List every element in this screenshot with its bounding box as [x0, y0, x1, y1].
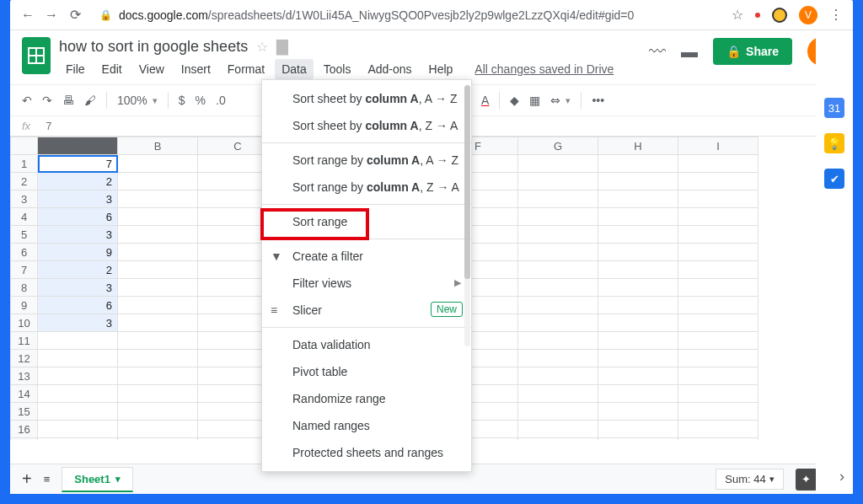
row-header[interactable]: 1 [11, 155, 38, 173]
row-header[interactable]: 11 [11, 332, 38, 350]
explore-button[interactable]: ✦ [796, 469, 817, 491]
menu-sort-range-az[interactable]: Sort range by column A, A → Z [262, 147, 471, 174]
calendar-icon[interactable]: 31 [824, 98, 844, 118]
percent-button[interactable]: % [196, 94, 206, 107]
menu-data[interactable]: Data [275, 59, 314, 79]
col-header-H[interactable]: H [598, 137, 678, 155]
sheets-logo-icon[interactable] [22, 37, 51, 74]
menu-format[interactable]: Format [221, 59, 271, 79]
col-header-G[interactable]: G [518, 137, 598, 155]
star-icon[interactable]: ☆ [256, 39, 268, 55]
cell[interactable]: 2 [38, 261, 118, 279]
menu-data-validation[interactable]: Data validation [262, 331, 471, 358]
cell[interactable]: 6 [38, 208, 118, 226]
comments-icon[interactable]: ▬ [681, 42, 698, 62]
save-status[interactable]: All changes saved in Drive [468, 59, 620, 79]
cell[interactable]: 3 [38, 279, 118, 297]
tasks-icon[interactable]: ✔ [824, 169, 844, 189]
address-bar[interactable]: 🔒 docs.google.com/spreadsheets/d/1W0Lii4… [91, 8, 723, 22]
row-header[interactable]: 4 [11, 208, 38, 226]
menu-slicer[interactable]: ≡SlicerNew [262, 297, 471, 324]
menu-file[interactable]: File [59, 59, 92, 79]
cell[interactable]: 7 [38, 155, 118, 173]
select-all-corner[interactable] [11, 137, 38, 155]
row-header[interactable]: 7 [11, 261, 38, 279]
add-sheet-button[interactable]: + [22, 469, 32, 489]
merge-button[interactable]: ⇔ [550, 94, 560, 107]
row-header[interactable]: 8 [11, 279, 38, 297]
row-header[interactable]: 16 [11, 421, 38, 438]
share-button[interactable]: 🔒 Share [713, 38, 792, 65]
quicksum-box[interactable]: Sum: 44▾ [716, 469, 783, 490]
row-header[interactable]: 10 [11, 314, 38, 332]
menu-addons[interactable]: Add-ons [361, 59, 418, 79]
row-header[interactable]: 9 [11, 297, 38, 314]
menu-named-ranges[interactable]: Named ranges [262, 412, 471, 439]
menu-randomize-range[interactable]: Randomize range [262, 385, 471, 412]
menu-tools[interactable]: Tools [317, 59, 358, 79]
col-header-A[interactable]: A [38, 137, 118, 155]
menu-edit[interactable]: Edit [95, 59, 129, 79]
cell[interactable] [38, 350, 118, 367]
cell[interactable]: 3 [38, 190, 118, 208]
col-header-I[interactable]: I [678, 137, 758, 155]
reload-button[interactable]: ⟳ [67, 8, 83, 23]
profile-avatar[interactable]: V [799, 6, 817, 24]
row-header[interactable]: 6 [11, 244, 38, 261]
row-header[interactable]: 5 [11, 226, 38, 244]
more-formats-button[interactable]: ••• [592, 94, 604, 107]
menu-protected-ranges[interactable]: Protected sheets and ranges [262, 439, 471, 466]
redo-button[interactable]: ↷ [42, 94, 52, 107]
row-header[interactable]: 14 [11, 385, 38, 403]
menu-pivot-table[interactable]: Pivot table [262, 358, 471, 385]
sheet-tab[interactable]: Sheet1▾ [62, 467, 133, 492]
cell[interactable]: 2 [38, 173, 118, 190]
row-header[interactable]: 3 [11, 190, 38, 208]
bookmark-star-icon[interactable]: ☆ [732, 7, 743, 23]
menu-insert[interactable]: Insert [174, 59, 217, 79]
keep-icon[interactable]: 💡 [824, 133, 844, 153]
cell[interactable]: 6 [38, 297, 118, 314]
menu-sort-range[interactable]: Sort range [262, 208, 471, 235]
kebab-menu-icon[interactable]: ⋮ [829, 7, 843, 23]
extension-icon-1[interactable] [755, 13, 760, 18]
row-header[interactable]: 13 [11, 367, 38, 385]
borders-button[interactable]: ▦ [529, 94, 540, 107]
doc-title[interactable]: how to sort in google sheets [59, 38, 248, 56]
menu-view[interactable]: View [132, 59, 171, 79]
row-header[interactable]: 12 [11, 350, 38, 367]
trend-icon[interactable]: 〰 [649, 42, 666, 62]
cell[interactable] [38, 403, 118, 421]
forward-button[interactable]: → [44, 8, 59, 23]
menu-create-filter[interactable]: ▼Create a filter [262, 243, 471, 270]
menu-help[interactable]: Help [422, 59, 460, 79]
currency-button[interactable]: $ [179, 94, 185, 107]
undo-button[interactable]: ↶ [22, 94, 32, 107]
col-header-B[interactable]: B [118, 137, 198, 155]
cell[interactable]: 3 [38, 314, 118, 332]
all-sheets-button[interactable]: ≡ [44, 473, 51, 485]
cell[interactable]: 9 [38, 244, 118, 261]
textcolor-button[interactable]: A [481, 94, 489, 107]
print-button[interactable]: 🖶 [62, 94, 74, 107]
extension-icon-2[interactable] [772, 8, 787, 23]
menu-sort-range-za[interactable]: Sort range by column A, Z → A [262, 174, 471, 201]
cell[interactable] [38, 332, 118, 350]
back-button[interactable]: ← [20, 8, 35, 23]
paint-format-button[interactable]: 🖌 [84, 94, 96, 107]
cell[interactable] [38, 385, 118, 403]
menu-sort-sheet-az[interactable]: Sort sheet by column A, A → Z [262, 85, 471, 112]
folder-icon[interactable]: ▇ [276, 37, 288, 56]
row-header[interactable]: 17 [11, 438, 38, 441]
row-header[interactable]: 15 [11, 403, 38, 421]
cell[interactable] [38, 438, 118, 441]
menu-sort-sheet-za[interactable]: Sort sheet by column A, Z → A [262, 112, 471, 139]
dec-button[interactable]: .0 [216, 94, 226, 107]
row-header[interactable]: 2 [11, 173, 38, 190]
fill-button[interactable]: ◆ [510, 94, 519, 107]
side-panel-toggle-icon[interactable]: › [839, 468, 844, 485]
menu-filter-views[interactable]: Filter views▶ [262, 270, 471, 297]
cell[interactable] [38, 367, 118, 385]
cell[interactable]: 3 [38, 226, 118, 244]
zoom-select[interactable]: 100% [117, 94, 147, 107]
